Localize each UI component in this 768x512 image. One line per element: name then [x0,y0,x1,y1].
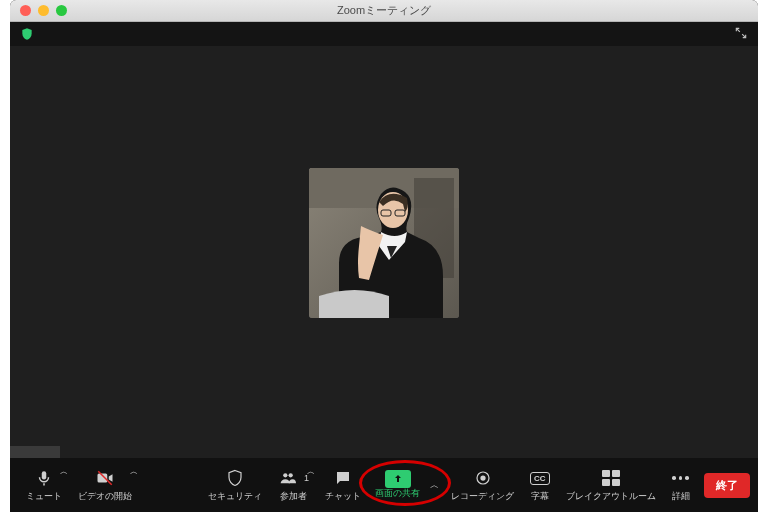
chevron-up-icon[interactable]: ︿ [307,466,315,477]
window-title: Zoomミーティング [10,3,758,18]
svg-point-11 [480,475,485,480]
chevron-up-icon[interactable]: ︿ [60,466,68,477]
zoom-window-button[interactable] [56,5,67,16]
security-button[interactable]: セキュリティ [200,458,270,512]
security-label: セキュリティ [208,491,262,503]
encryption-shield-icon[interactable] [20,27,34,41]
mute-label: ミュート [26,491,62,503]
record-button[interactable]: レコーディング [443,458,522,512]
participant-video-tile[interactable] [309,168,459,318]
app-window: Zoomミーティング [10,0,758,512]
participants-label: 参加者 [280,491,307,503]
meeting-topbar [10,22,758,46]
end-meeting-button[interactable]: 終了 [704,473,750,498]
titlebar: Zoomミーティング [10,0,758,22]
share-options-chevron-icon[interactable]: ︿ [426,479,443,492]
record-icon [474,467,492,489]
more-label: 詳細 [672,491,690,503]
record-label: レコーディング [451,491,514,503]
meeting-toolbar: ミュート ︿ ビデオの開始 ︿ セキュリティ [10,458,758,512]
more-button[interactable]: 詳細 [664,458,698,512]
close-window-button[interactable] [20,5,31,16]
minimize-window-button[interactable] [38,5,49,16]
enter-fullscreen-icon[interactable] [734,26,748,43]
self-view-thumbnail[interactable] [10,446,60,458]
share-label: 画面の共有 [375,488,420,500]
cc-icon: CC [530,467,550,489]
shield-icon [226,467,244,489]
captions-button[interactable]: CC 字幕 [522,458,558,512]
grid-icon [602,467,620,489]
window-controls [10,5,67,16]
breakout-label: ブレイクアウトルーム [566,491,656,503]
share-up-icon [385,470,411,488]
video-label: ビデオの開始 [78,491,132,503]
chevron-up-icon[interactable]: ︿ [130,466,138,477]
microphone-icon [35,467,53,489]
end-label: 終了 [716,479,738,491]
chat-icon [334,467,352,489]
video-off-icon [95,467,115,489]
svg-point-9 [289,473,293,477]
more-horizontal-icon [672,467,689,489]
chat-label: チャット [325,491,361,503]
breakout-rooms-button[interactable]: ブレイクアウトルーム [558,458,664,512]
captions-label: 字幕 [531,491,549,503]
mute-button[interactable]: ミュート ︿ [18,458,70,512]
start-video-button[interactable]: ビデオの開始 ︿ [70,458,140,512]
chat-button[interactable]: チャット [317,458,369,512]
participants-button[interactable]: 1 参加者 ︿ [270,458,317,512]
share-screen-group: 画面の共有 ︿ [369,458,443,512]
video-area [10,46,758,458]
share-screen-button[interactable]: 画面の共有 [369,458,426,512]
svg-point-8 [283,473,287,477]
participants-icon: 1 [278,467,309,489]
